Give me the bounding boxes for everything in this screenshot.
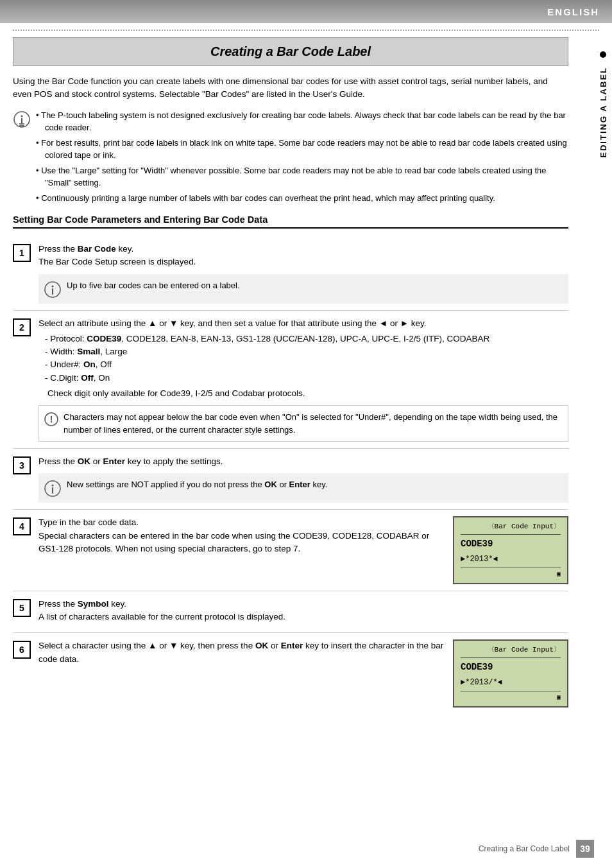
step-number-6: 6 — [13, 641, 31, 659]
step1-text: Press the Bar Code key.The Bar Code Setu… — [38, 243, 568, 269]
page-footer: Creating a Bar Code Label 39 — [13, 840, 594, 858]
step4-lcd-corner: ▣ — [461, 568, 561, 579]
dotted-separator — [13, 30, 599, 31]
step1-subnote-text: Up to five bar codes can be entered on a… — [67, 279, 240, 292]
step-content-1: Press the Bar Code key.The Bar Code Setu… — [38, 243, 568, 304]
notes-content: The P-touch labeling system is not desig… — [36, 109, 568, 207]
notes-list: The P-touch labeling system is not desig… — [36, 109, 568, 205]
step6-inner: Select a character using the ▲ or ▼ key,… — [38, 639, 568, 707]
step-row-4: 4 Type in the bar code data.Special char… — [13, 510, 568, 591]
step4-lcd-line2: ►*2013*◄ — [461, 553, 561, 565]
step1-subnote: Up to five bar codes can be entered on a… — [38, 274, 568, 304]
step2-list-under: Under#: On, Off — [45, 358, 568, 371]
main-content: Creating a Bar Code Label Using the Bar … — [0, 37, 594, 740]
note-icon — [13, 110, 31, 128]
svg-point-11 — [52, 485, 54, 487]
step2-warning-text: Characters may not appear below the bar … — [64, 411, 563, 436]
step4-lcd-header: 〈Bar Code Input〉 — [461, 521, 561, 535]
step-row-6: 6 Select a character using the ▲ or ▼ ke… — [13, 633, 568, 714]
step6-lcd-line1: CODE39 — [461, 661, 561, 674]
step4-inner: Type in the bar code data.Special charac… — [38, 516, 568, 584]
notes-box: The P-touch labeling system is not desig… — [13, 109, 568, 207]
note-item-1: The P-touch labeling system is not desig… — [36, 109, 568, 134]
svg-text:!: ! — [50, 414, 53, 424]
note-item-3: Use the "Large" setting for "Width" when… — [36, 164, 568, 189]
step2-list: Protocol: CODE39, CODE128, EAN-8, EAN-13… — [38, 333, 568, 385]
step-number-1: 1 — [13, 244, 31, 262]
step2-list-protocol: Protocol: CODE39, CODE128, EAN-8, EAN-13… — [45, 333, 568, 345]
step2-list-cdigit: C.Digit: Off, On — [45, 372, 568, 385]
page-title: Creating a Bar Code Label — [26, 44, 555, 59]
right-sidebar: EDITING A LABEL — [594, 45, 612, 238]
note-item-2: For best results, print bar code labels … — [36, 137, 568, 162]
step6-lcd-corner: ▣ — [461, 691, 561, 702]
step2-list-width: Width: Small, Large — [45, 345, 568, 358]
step6-text: Select a character using the ▲ or ▼ key,… — [38, 639, 444, 666]
step2-check-digit: Check digit only available for Code39, I… — [38, 387, 568, 400]
step-row-3: 3 Press the OK or Enter key to apply the… — [13, 449, 568, 510]
step-row-2: 2 Select an attribute using the ▲ or ▼ k… — [13, 311, 568, 449]
step3-text: Press the OK or Enter key to apply the s… — [38, 455, 568, 468]
step3-subnote-text: New settings are NOT applied if you do n… — [67, 478, 327, 491]
step6-lcd-line2: ►*2013/*◄ — [461, 677, 561, 688]
intro-paragraph: Using the Bar Code function you can crea… — [13, 75, 568, 101]
step-content-6: Select a character using the ▲ or ▼ key,… — [38, 639, 568, 707]
step-number-5: 5 — [13, 599, 31, 617]
language-label: ENGLISH — [547, 6, 599, 17]
step5-text: Press the Symbol key.A list of character… — [38, 598, 568, 624]
step3-subnote: New settings are NOT applied if you do n… — [38, 473, 568, 503]
step-number-2: 2 — [13, 318, 31, 336]
step2-text: Select an attribute using the ▲ or ▼ key… — [38, 317, 568, 330]
svg-point-6 — [52, 285, 54, 287]
warning-icon: ! — [44, 412, 58, 426]
step-number-4: 4 — [13, 517, 31, 535]
step-content-3: Press the OK or Enter key to apply the s… — [38, 455, 568, 503]
step-row-5: 5 Press the Symbol key.A list of charact… — [13, 591, 568, 634]
steps-container: 1 Press the Bar Code key.The Bar Code Se… — [13, 236, 568, 714]
step2-warning: ! Characters may not appear below the ba… — [38, 405, 568, 442]
step1-note-icon — [44, 281, 62, 299]
sidebar-label: EDITING A LABEL — [599, 67, 608, 158]
step-content-2: Select an attribute using the ▲ or ▼ key… — [38, 317, 568, 442]
step4-lcd: 〈Bar Code Input〉 CODE39 ►*2013*◄ ▣ — [453, 516, 568, 584]
section-header: Setting Bar Code Parameters and Entering… — [13, 214, 568, 229]
step4-lcd-line1: CODE39 — [461, 537, 561, 551]
step3-note-icon — [44, 480, 62, 498]
step-row-1: 1 Press the Bar Code key.The Bar Code Se… — [13, 236, 568, 311]
svg-point-1 — [21, 115, 23, 117]
sidebar-bullet — [600, 51, 606, 58]
step6-lcd: 〈Bar Code Input〉 CODE39 ►*2013/*◄ ▣ — [453, 639, 568, 707]
footer-page-label: Creating a Bar Code Label — [479, 844, 570, 853]
step-content-5: Press the Symbol key.A list of character… — [38, 598, 568, 627]
page-number: 39 — [576, 840, 594, 858]
page-title-box: Creating a Bar Code Label — [13, 37, 568, 66]
step-number-3: 3 — [13, 456, 31, 474]
step-content-4: Type in the bar code data.Special charac… — [38, 516, 568, 584]
step6-lcd-header: 〈Bar Code Input〉 — [461, 645, 561, 658]
note-item-4: Continuously printing a large number of … — [36, 192, 568, 205]
top-header: ENGLISH — [0, 0, 612, 23]
step4-text: Type in the bar code data.Special charac… — [38, 516, 444, 555]
